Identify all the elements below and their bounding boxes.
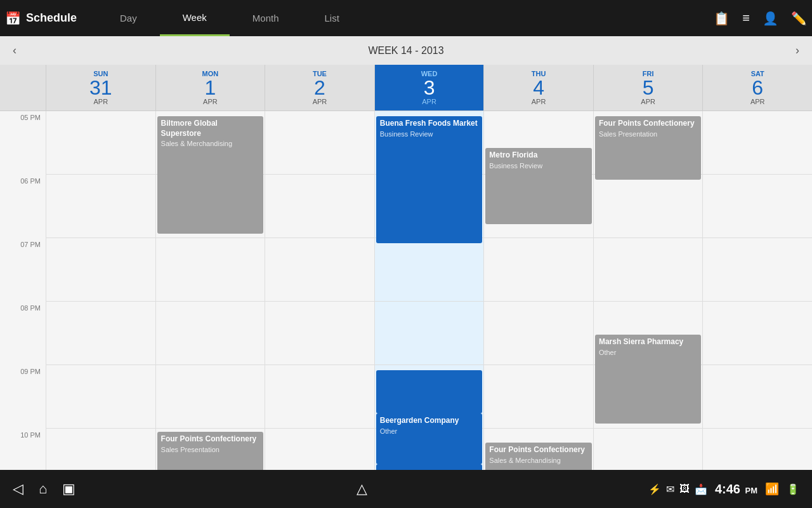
wifi-icon: 📶 [765,482,779,496]
day-header-wed[interactable]: WED 3 APR [374,65,484,110]
tab-week[interactable]: Week [160,0,230,36]
event-biltmore[interactable]: Biltmore Global Superstore Sales & Merch… [157,116,264,234]
image-icon: 🖼 [679,483,690,495]
ampm: PM [745,486,757,495]
day-column-mon: Biltmore Global Superstore Sales & Merch… [155,111,265,470]
time-gutter-header [0,65,46,110]
tab-month[interactable]: Month [230,0,302,36]
tab-day[interactable]: Day [97,0,160,36]
event-marsh-fri[interactable]: Marsh Sierra Pharmacy Other [595,335,702,424]
day-header-thu[interactable]: THU 4 APR [483,65,593,110]
app-icon: 📅 [5,11,21,26]
event-metro-thu[interactable]: Metro Florida Business Review [485,148,592,224]
day-header-fri[interactable]: FRI 5 APR [593,65,703,110]
recents-button[interactable]: ▣ [62,481,75,497]
calendar-icon[interactable]: 📋 [714,11,730,26]
prev-week-button[interactable]: ‹ [0,44,29,57]
calendar-body: 05 PM 06 PM 07 PM 08 PM 09 PM 10 PM [0,111,812,470]
time-slot-6pm: 06 PM [0,175,46,238]
day-column-sun [46,111,155,470]
time-slot-10pm: 10 PM [0,429,46,470]
bottom-left-controls: ◁ ⌂ ▣ [13,481,75,497]
event-fourpoints-mon[interactable]: Four Points Confectionery Sales Presenta… [157,432,264,470]
status-icons: ⚡ ✉ 🖼 📩 [648,483,707,495]
days-grid: Biltmore Global Superstore Sales & Merch… [46,111,812,470]
up-button[interactable]: △ [357,481,367,497]
time-slot-7pm: 07 PM [0,238,46,302]
back-button[interactable]: ◁ [13,481,23,497]
list-icon[interactable]: ≡ [742,11,750,25]
msg-icon: 📩 [695,483,707,495]
event-buena-wed[interactable]: Buena Fresh Foods Market Business Review [376,116,483,243]
battery-icon: 🔋 [787,483,799,495]
event-fourpoints-fri[interactable]: Four Points Confectionery Sales Presenta… [595,116,702,180]
day-header-mon[interactable]: MON 1 APR [155,65,265,110]
tab-list[interactable]: List [302,0,362,36]
day-column-sat [702,111,812,470]
mail-icon: ✉ [666,483,674,495]
clock-display: 4:46 PM [715,482,757,497]
day-column-wed: Buena Fresh Foods Market Business Review… [374,111,484,470]
bottom-right-status: ⚡ ✉ 🖼 📩 4:46 PM 📶 🔋 [648,482,799,497]
time-slot-5pm: 05 PM [0,111,46,175]
time-slot-9pm: 09 PM [0,365,46,429]
day-header-tue[interactable]: TUE 2 APR [265,65,374,110]
week-title: WEEK 14 - 2013 [368,45,443,57]
nav-tabs: Day Week Month List [97,0,362,36]
day-headers: SUN 31 APR MON 1 APR TUE 2 APR WED 3 APR… [0,65,812,111]
top-bar: 📅 Schedule Day Week Month List 📋 ≡ 👤 ✏️ [0,0,812,36]
event-beergarden-wed[interactable]: Beergarden Company Other [376,413,483,464]
day-header-sun[interactable]: SUN 31 APR [46,65,155,110]
edit-icon[interactable]: ✏️ [791,11,807,26]
day-column-thu: Metro Florida Business Review Four Point… [483,111,593,470]
bottom-bar: ◁ ⌂ ▣ △ ⚡ ✉ 🖼 📩 4:46 PM 📶 🔋 [0,470,812,508]
event-fourpoints-thu[interactable]: Four Points Confectionery Sales & Mercha… [485,443,592,470]
time-slot-8pm: 08 PM [0,302,46,365]
week-header: ‹ WEEK 14 - 2013 › [0,36,812,65]
app-title: Schedule [26,11,77,25]
time-column: 05 PM 06 PM 07 PM 08 PM 09 PM 10 PM [0,111,46,470]
top-bar-right: 📋 ≡ 👤 ✏️ [714,11,807,26]
event-wed-blue2[interactable] [376,464,483,470]
day-column-fri: Four Points Confectionery Sales Presenta… [593,111,703,470]
day-header-sat[interactable]: SAT 6 APR [702,65,812,110]
event-wed-blue1[interactable] [376,370,483,413]
home-button[interactable]: ⌂ [39,481,47,497]
user-icon[interactable]: 👤 [763,11,778,26]
usb-icon: ⚡ [648,483,661,495]
next-week-button[interactable]: › [783,44,812,57]
day-column-tue: Marsh Sierra Pharmacy Other [265,111,374,470]
